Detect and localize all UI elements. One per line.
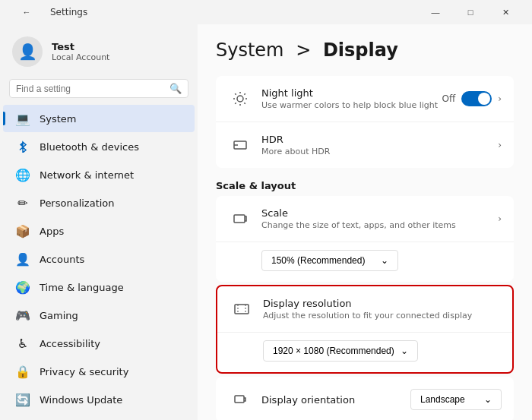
page-header: System > Display: [216, 39, 514, 61]
night-light-controls: Off ›: [442, 91, 502, 106]
hdr-title: HDR: [261, 134, 498, 145]
sidebar-item-gaming[interactable]: 🎮 Gaming: [3, 302, 195, 329]
night-light-chevron: ›: [498, 93, 502, 104]
scale-dropdown-value: 150% (Recommended): [271, 255, 365, 266]
sidebar-item-personalization[interactable]: ✏️ Personalization: [3, 189, 195, 216]
sidebar-item-label: System: [40, 113, 76, 125]
night-light-toggle[interactable]: [461, 91, 492, 106]
network-icon: 🌐: [15, 167, 30, 182]
hdr-chevron: ›: [498, 140, 502, 150]
hdr-icon: [228, 133, 252, 157]
avatar: 👤: [12, 36, 43, 67]
hdr-controls: ›: [498, 140, 502, 150]
sidebar-item-label: Bluetooth & devices: [40, 141, 139, 153]
sidebar-item-label: Personalization: [40, 197, 115, 209]
resolution-dropdown-row: 1920 × 1080 (Recommended) ⌄: [217, 333, 512, 372]
sidebar-item-accounts[interactable]: 👤 Accounts: [3, 245, 195, 273]
sidebar: 👤 Test Local Account 🔍 💻 System: [0, 24, 198, 420]
user-name: Test: [52, 41, 109, 52]
search-icon: 🔍: [169, 83, 182, 94]
orientation-icon: [228, 387, 252, 412]
hdr-text: HDR More about HDR: [261, 134, 498, 156]
maximize-button[interactable]: □: [453, 0, 488, 24]
sidebar-item-label: Time & language: [40, 282, 124, 293]
svg-point-0: [237, 96, 243, 102]
scale-icon: [228, 207, 252, 231]
sidebar-item-label: Windows Update: [40, 394, 122, 406]
svg-line-6: [244, 103, 245, 103]
resolution-icon: [230, 297, 254, 321]
night-light-item[interactable]: Night light Use warmer colors to help bl…: [216, 76, 514, 122]
sidebar-item-bluetooth[interactable]: Bluetooth & devices: [3, 133, 195, 160]
night-light-desc: Use warmer colors to help block blue lig…: [261, 100, 442, 110]
scale-layout-title: Scale & layout: [216, 180, 514, 191]
orientation-item[interactable]: Display orientation Landscape ⌄: [216, 377, 514, 420]
scale-title: Scale: [261, 207, 498, 219]
resolution-text: Display resolution Adjust the resolution…: [263, 298, 500, 321]
apps-icon: 📦: [15, 223, 30, 238]
night-light-text: Night light Use warmer colors to help bl…: [261, 87, 442, 110]
app-body: 👤 Test Local Account 🔍 💻 System: [0, 24, 532, 420]
scale-desc: Change the size of text, apps, and other…: [261, 220, 498, 230]
search-input[interactable]: [16, 84, 169, 94]
sidebar-item-label: Apps: [40, 226, 64, 237]
sidebar-item-label: Gaming: [40, 310, 78, 321]
sidebar-item-system[interactable]: 💻 System: [3, 105, 195, 132]
orientation-controls: Landscape ⌄: [410, 389, 502, 410]
resolution-dropdown-value: 1920 × 1080 (Recommended): [273, 346, 394, 356]
sidebar-item-windows-update[interactable]: 🔄 Windows Update: [3, 386, 195, 413]
accessibility-icon: ♿: [15, 336, 30, 351]
sidebar-nav: 💻 System Bluetooth & devices 🌐 Network &…: [0, 104, 198, 414]
svg-rect-13: [235, 396, 244, 403]
personalization-icon: ✏️: [15, 195, 30, 210]
svg-line-5: [235, 93, 236, 94]
sidebar-item-network[interactable]: 🌐 Network & internet: [3, 161, 195, 188]
back-button[interactable]: ←: [9, 0, 44, 24]
night-light-icon: [228, 87, 252, 111]
scale-controls: ›: [498, 213, 502, 224]
resolution-item[interactable]: Display resolution Adjust the resolution…: [217, 286, 512, 333]
gaming-icon: 🎮: [15, 308, 30, 323]
orientation-dropdown[interactable]: Landscape ⌄: [410, 389, 502, 410]
svg-line-8: [244, 93, 245, 94]
orientation-card: Display orientation Landscape ⌄: [216, 377, 514, 420]
scale-item[interactable]: Scale Change the size of text, apps, and…: [216, 196, 514, 242]
sidebar-item-label: Accounts: [40, 254, 84, 265]
display-top-card: Night light Use warmer colors to help bl…: [216, 76, 514, 168]
sidebar-item-time[interactable]: 🌍 Time & language: [3, 273, 195, 301]
scale-card: Scale Change the size of text, apps, and…: [216, 196, 514, 282]
sidebar-item-privacy[interactable]: 🔒 Privacy & security: [3, 358, 195, 385]
scale-dropdown-row: 150% (Recommended) ⌄: [216, 242, 514, 282]
sidebar-item-accessibility[interactable]: ♿ Accessibility: [3, 330, 195, 357]
accounts-icon: 👤: [15, 251, 30, 267]
hdr-item[interactable]: HDR More about HDR ›: [216, 122, 514, 168]
svg-line-7: [235, 103, 236, 103]
sidebar-item-apps[interactable]: 📦 Apps: [3, 217, 195, 245]
search-box[interactable]: 🔍: [9, 79, 188, 98]
resolution-title: Display resolution: [263, 298, 500, 309]
night-light-title: Night light: [261, 87, 442, 99]
hdr-desc: More about HDR: [261, 147, 498, 156]
svg-rect-12: [235, 305, 249, 314]
user-account-type: Local Account: [52, 52, 109, 62]
svg-rect-11: [234, 215, 245, 223]
sidebar-item-label: Privacy & security: [40, 366, 128, 377]
scale-dropdown[interactable]: 150% (Recommended) ⌄: [261, 250, 398, 271]
user-info: Test Local Account: [52, 41, 109, 62]
resolution-dropdown[interactable]: 1920 × 1080 (Recommended) ⌄: [263, 340, 418, 362]
orientation-text: Display orientation: [261, 394, 410, 406]
sidebar-item-label: Network & internet: [40, 169, 134, 181]
breadcrumb-current: Display: [323, 39, 398, 61]
orientation-dropdown-value: Landscape: [420, 394, 465, 405]
window-controls: — □ ✕: [418, 0, 523, 24]
breadcrumb-parent: System: [216, 39, 284, 61]
resolution-desc: Adjust the resolution to fit your connec…: [263, 311, 500, 321]
close-button[interactable]: ✕: [488, 0, 523, 24]
minimize-button[interactable]: —: [418, 0, 453, 24]
night-light-status: Off: [442, 93, 455, 104]
scale-dropdown-chevron: ⌄: [381, 255, 388, 266]
orientation-dropdown-chevron: ⌄: [484, 394, 492, 405]
resolution-card: Display resolution Adjust the resolution…: [216, 285, 514, 374]
avatar-icon: 👤: [18, 43, 37, 61]
privacy-icon: 🔒: [15, 364, 30, 379]
